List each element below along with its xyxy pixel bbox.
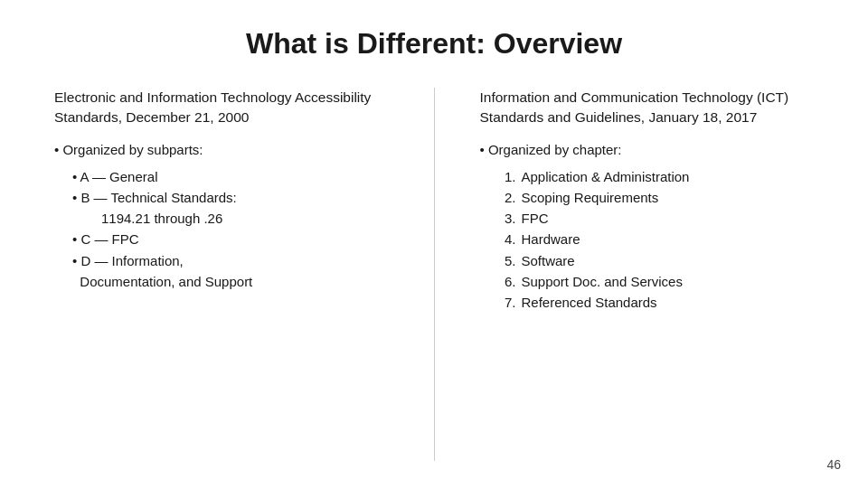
content-area: Electronic and Information Technology Ac…	[54, 88, 814, 461]
left-item-2: • B — Technical Standards:	[72, 187, 389, 208]
left-item-4: • D — Information, Documentation, and Su…	[72, 250, 389, 293]
right-item-1-text: Application & Administration	[522, 166, 690, 187]
left-item-3-text: • C — FPC	[72, 231, 139, 247]
right-item-2-text: Scoping Requirements	[522, 187, 659, 208]
right-item-5-text: Software	[522, 250, 575, 271]
right-item-3-num: 3.	[498, 208, 516, 229]
right-item-7: 7. Referenced Standards	[498, 292, 815, 313]
right-item-4-text: Hardware	[522, 229, 580, 249]
right-item-6-text: Support Doc. and Services	[522, 271, 683, 292]
right-column-header: Information and Communication Technology…	[480, 88, 815, 127]
right-item-6-num: 6.	[498, 271, 516, 292]
right-item-3: 3. FPC	[498, 208, 815, 229]
right-item-4: 4. Hardware	[498, 229, 815, 249]
right-item-5-num: 5.	[498, 250, 516, 271]
left-bullet-list: • Organized by subparts: • A — General •…	[54, 139, 389, 292]
slide: What is Different: Overview Electronic a…	[0, 0, 868, 488]
left-item-2-text: • B — Technical Standards:	[72, 190, 237, 205]
right-item-7-text: Referenced Standards	[522, 292, 657, 313]
left-column: Electronic and Information Technology Ac…	[54, 88, 389, 461]
numbered-items-container: 1. Application & Administration 2. Scopi…	[498, 166, 815, 314]
right-item-7-num: 7.	[498, 292, 516, 313]
right-numbered-list: • Organized by chapter: 1. Application &…	[480, 139, 815, 313]
right-column: Information and Communication Technology…	[480, 88, 815, 461]
column-divider	[434, 88, 435, 461]
left-item-2b-text: 1194.21 through .26	[101, 211, 222, 226]
right-item-2-num: 2.	[498, 187, 516, 208]
right-item-4-num: 4.	[498, 229, 516, 249]
right-item-1: 1. Application & Administration	[498, 166, 815, 187]
left-item-1-text: • A — General	[72, 169, 157, 184]
right-item-3-text: FPC	[522, 208, 549, 229]
left-item-1: • A — General	[72, 166, 389, 187]
right-bullet-intro: • Organized by chapter:	[480, 139, 815, 160]
left-item-2b: 1194.21 through .26	[101, 208, 389, 229]
right-item-2: 2. Scoping Requirements	[498, 187, 815, 208]
slide-title: What is Different: Overview	[54, 27, 814, 61]
left-item-4-text: • D — Information, Documentation, and Su…	[72, 253, 252, 289]
slide-number: 46	[826, 457, 841, 472]
left-column-header: Electronic and Information Technology Ac…	[54, 88, 389, 127]
left-item-3: • C — FPC	[72, 229, 389, 249]
right-item-1-num: 1.	[498, 166, 516, 187]
right-item-5: 5. Software	[498, 250, 815, 271]
left-bullet-intro: • Organized by subparts:	[54, 139, 389, 160]
right-item-6: 6. Support Doc. and Services	[498, 271, 815, 292]
